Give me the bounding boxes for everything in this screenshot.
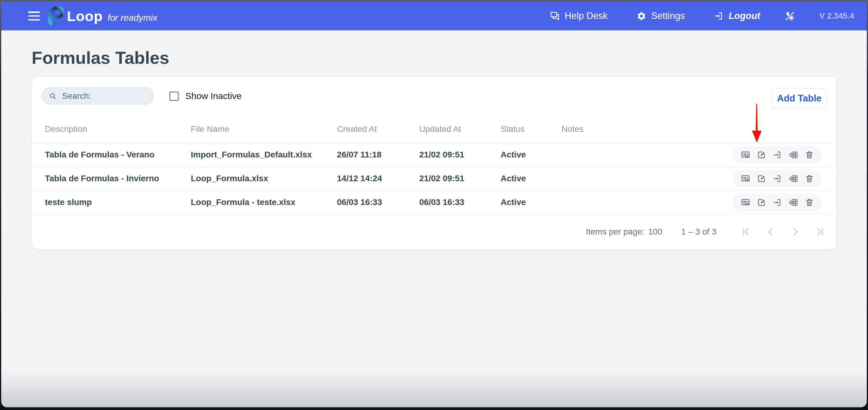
table-toolbar: Show Inactive Add Table [32, 77, 836, 115]
import-icon [773, 198, 782, 207]
first-page-icon [741, 226, 751, 237]
header-nav: Help Desk Settings Logout [550, 10, 854, 21]
cell-description: Tabla de Formulas - Invierno [45, 174, 191, 183]
items-per-page-value[interactable]: 100 [648, 227, 662, 237]
table-header-row: Description File Name Created At Updated… [32, 115, 836, 143]
preview-button[interactable] [740, 197, 750, 207]
page-range-label: 1 – 3 of 3 [681, 227, 716, 237]
cell-status: Active [501, 174, 561, 183]
search-icon [49, 92, 57, 101]
edit-button[interactable] [756, 197, 767, 207]
loop-logo-icon [47, 6, 64, 26]
excel-export-button[interactable] [788, 197, 798, 207]
cell-file-name: Import_Formulas_Default.xlsx [191, 150, 337, 160]
paginator: Items per page: 100 1 – 3 of 3 [32, 214, 836, 249]
import-button[interactable] [772, 173, 782, 184]
settings-button[interactable]: Settings [637, 10, 685, 21]
preview-search-icon [741, 198, 750, 207]
table-row: Tabla de Formulas - Invierno Loop_Formul… [32, 167, 836, 191]
import-icon [773, 150, 782, 160]
edit-icon [757, 174, 766, 183]
show-inactive-checkbox[interactable]: Show Inactive [169, 91, 242, 101]
table-row: Tabla de Formulas - Verano Import_Formul… [32, 143, 836, 167]
row-actions [733, 170, 822, 187]
row-actions [733, 194, 822, 211]
cell-updated-at: 06/03 16:33 [419, 198, 501, 207]
edit-icon [757, 198, 766, 207]
delete-button[interactable] [804, 173, 814, 184]
hamburger-menu-button[interactable] [28, 11, 40, 21]
first-page-button[interactable] [738, 224, 754, 240]
theme-toggle-button[interactable] [784, 10, 795, 21]
col-updated-at: Updated At [419, 124, 501, 134]
cell-description: Tabla de Formulas - Verano [45, 150, 191, 160]
search-field[interactable] [41, 87, 154, 105]
main-content: Formulas Tables Show Inactive Add Table [1, 30, 867, 249]
red-annotation-arrow [751, 104, 763, 143]
col-notes: Notes [561, 124, 716, 134]
logout-label: Logout [728, 10, 760, 21]
delete-icon [805, 174, 814, 183]
cell-created-at: 14/12 14:24 [337, 174, 419, 183]
last-page-icon [815, 226, 826, 237]
preview-search-icon [741, 150, 750, 160]
settings-label: Settings [651, 10, 685, 21]
logout-button[interactable]: Logout [714, 10, 760, 21]
import-button[interactable] [772, 149, 782, 160]
brand-logo: Loop for readymix [47, 6, 157, 26]
previous-page-button[interactable] [762, 224, 779, 240]
row-actions [733, 146, 822, 164]
cell-status: Active [501, 198, 561, 207]
logout-icon [714, 11, 724, 21]
chevron-right-icon [790, 226, 801, 237]
edit-icon [757, 150, 766, 160]
brand-suffix: for readymix [107, 13, 157, 23]
edit-button[interactable] [756, 149, 767, 160]
preview-button[interactable] [740, 173, 750, 184]
gear-icon [637, 11, 647, 21]
app-header: Loop for readymix Help Desk Settings [1, 1, 867, 30]
app-window: Loop for readymix Help Desk Settings [1, 1, 867, 407]
cell-updated-at: 21/02 09:51 [419, 174, 501, 183]
cell-created-at: 26/07 11:18 [337, 150, 419, 160]
preview-search-icon [741, 174, 750, 183]
col-description: Description [45, 124, 191, 134]
add-table-button[interactable]: Add Table [772, 89, 827, 108]
cell-status: Active [501, 150, 561, 160]
col-created-at: Created At [337, 124, 419, 134]
page-title: Formulas Tables [32, 48, 837, 67]
day-night-toggle-icon [784, 10, 795, 21]
cell-file-name: Loop_Formula.xlsx [191, 174, 337, 183]
excel-export-icon [789, 174, 798, 183]
delete-icon [805, 150, 814, 160]
last-page-button[interactable] [812, 224, 829, 240]
import-icon [773, 174, 782, 183]
formulas-table-card: Show Inactive Add Table Description File… [32, 76, 837, 249]
delete-button[interactable] [804, 149, 814, 160]
cell-updated-at: 21/02 09:51 [419, 150, 501, 160]
col-file-name: File Name [191, 124, 337, 134]
cell-description: teste slump [45, 198, 191, 207]
chevron-left-icon [765, 226, 776, 237]
edit-button[interactable] [756, 173, 767, 184]
col-status: Status [501, 124, 561, 134]
table-row: teste slump Loop_Formula - teste.xlsx 06… [32, 191, 836, 214]
cell-created-at: 06/03 16:33 [337, 198, 419, 207]
show-inactive-label: Show Inactive [185, 91, 242, 101]
delete-button[interactable] [804, 197, 814, 207]
help-desk-button[interactable]: Help Desk [550, 10, 608, 21]
excel-export-button[interactable] [788, 173, 798, 184]
app-version: V 2.345.4 [819, 11, 854, 21]
excel-export-icon [789, 198, 798, 207]
import-button[interactable] [772, 197, 782, 207]
items-per-page-label: Items per page: [586, 227, 645, 237]
search-input[interactable] [62, 91, 148, 101]
delete-icon [805, 198, 814, 207]
excel-export-button[interactable] [788, 149, 798, 160]
next-page-button[interactable] [787, 224, 804, 240]
preview-button[interactable] [740, 149, 750, 160]
chat-bubbles-icon [550, 11, 560, 21]
checkbox-box[interactable] [169, 92, 179, 101]
help-desk-label: Help Desk [564, 10, 608, 21]
cell-file-name: Loop_Formula - teste.xlsx [191, 198, 337, 207]
